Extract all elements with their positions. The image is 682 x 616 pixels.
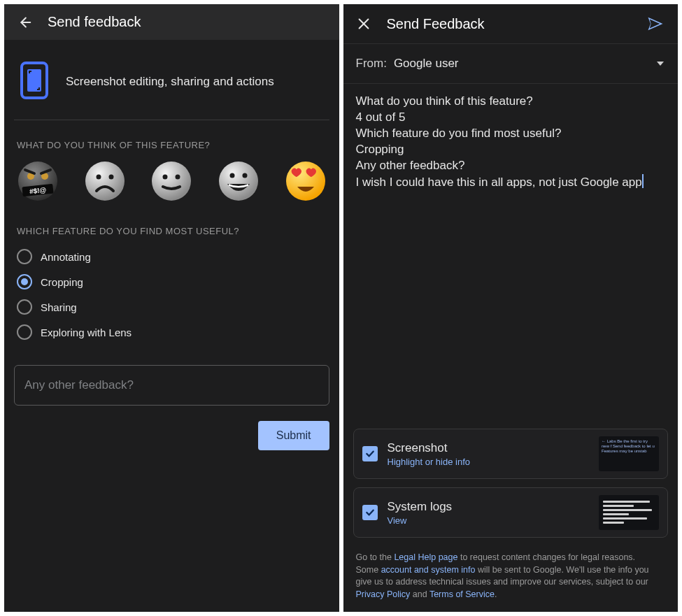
back-icon[interactable] — [17, 15, 32, 30]
svg-point-19 — [286, 162, 325, 201]
feature-option-list: Annotating Cropping Sharing Exploring wi… — [14, 246, 329, 340]
emoji-frown-icon[interactable] — [84, 160, 126, 202]
page-title: Send feedback — [48, 14, 141, 30]
radio-label: Sharing — [41, 301, 77, 313]
terms-of-service-link[interactable]: Terms of Service — [429, 589, 495, 599]
emoji-neutral-icon[interactable] — [150, 160, 192, 202]
account-system-info-link[interactable]: account and system info — [381, 565, 476, 575]
radio-cropping[interactable]: Cropping — [17, 274, 327, 289]
from-value: Google user — [394, 57, 459, 71]
submit-button[interactable]: Submit — [258, 421, 329, 450]
from-label: From: — [356, 57, 387, 71]
other-feedback-input[interactable]: Any other feedback? — [14, 365, 329, 406]
legal-footer: Go to the Legal Help page to request con… — [343, 542, 679, 612]
checkbox-checked-icon[interactable] — [362, 446, 378, 461]
attachment-subtitle: Highlight or hide info — [388, 457, 590, 467]
radio-label: Cropping — [41, 276, 83, 288]
svg-point-14 — [163, 175, 168, 180]
hero-text: Screenshot editing, sharing and actions — [66, 74, 274, 90]
legal-help-link[interactable]: Legal Help page — [394, 552, 457, 562]
radio-exploring-lens[interactable]: Exploring with Lens — [17, 324, 327, 340]
radio-icon — [17, 274, 32, 289]
radio-icon — [17, 249, 32, 264]
rating-emoji-row: #$!@ — [14, 160, 329, 206]
radio-sharing[interactable]: Sharing — [17, 299, 327, 315]
phone-crop-icon — [20, 61, 49, 103]
svg-point-10 — [85, 162, 125, 201]
privacy-policy-link[interactable]: Privacy Policy — [356, 589, 411, 599]
svg-point-17 — [229, 173, 234, 178]
attachment-title: System logs — [388, 500, 590, 514]
screenshot-attachment-card[interactable]: Screenshot Highlight or hide info ← Labs… — [353, 429, 669, 479]
chevron-down-icon — [655, 59, 665, 69]
svg-point-12 — [108, 175, 113, 180]
appbar: Send Feedback — [343, 4, 679, 44]
feedback-text: What do you think of this feature? 4 out… — [356, 94, 642, 189]
from-dropdown[interactable]: From: Google user — [343, 44, 679, 84]
emoji-heart-eyes-icon[interactable] — [285, 160, 327, 202]
attachment-subtitle: View — [388, 515, 590, 526]
emoji-angry-censored-icon[interactable]: #$!@ — [17, 160, 59, 202]
send-feedback-screen: Send Feedback From: Google user What do … — [343, 4, 679, 612]
radio-icon — [17, 324, 32, 340]
radio-label: Annotating — [41, 251, 91, 263]
checkbox-checked-icon[interactable] — [362, 505, 378, 520]
radio-label: Exploring with Lens — [41, 327, 132, 338]
emoji-grin-icon[interactable] — [218, 160, 260, 202]
question-1-label: What do you think of this feature? — [17, 140, 327, 150]
svg-marker-22 — [657, 62, 664, 66]
svg-point-16 — [219, 162, 258, 201]
attachment-title: Screenshot — [388, 441, 590, 455]
close-icon[interactable] — [356, 16, 371, 31]
radio-annotating[interactable]: Annotating — [17, 249, 327, 264]
send-icon[interactable] — [646, 14, 665, 34]
feedback-form-screen: Send feedback Screenshot editing, sharin… — [4, 4, 339, 612]
svg-point-15 — [176, 175, 180, 180]
screenshot-thumbnail: ← Labs Be the first to try new f Send fe… — [599, 436, 659, 471]
hero: Screenshot editing, sharing and actions — [14, 44, 329, 120]
system-logs-attachment-card[interactable]: System logs View — [353, 487, 669, 538]
feedback-text-area[interactable]: What do you think of this feature? 4 out… — [343, 84, 679, 424]
radio-icon — [17, 299, 32, 315]
svg-point-11 — [96, 175, 101, 180]
question-2-label: Which feature do you find most useful? — [17, 226, 327, 236]
svg-point-13 — [152, 162, 191, 201]
svg-point-18 — [242, 173, 247, 178]
page-title: Send Feedback — [387, 16, 485, 32]
appbar: Send feedback — [4, 4, 339, 40]
syslogs-thumbnail — [599, 495, 659, 530]
text-cursor — [642, 174, 644, 188]
